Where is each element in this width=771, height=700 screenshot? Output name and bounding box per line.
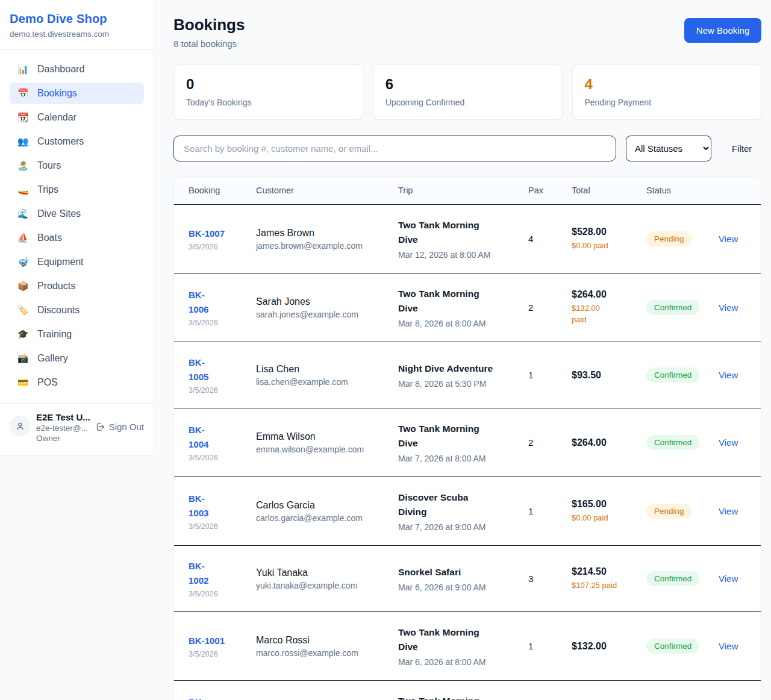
- sidebar-item-dive-sites[interactable]: 🌊 Dive Sites: [10, 203, 144, 225]
- trip-datetime: Mar 7, 2026 at 9:00 AM: [398, 522, 520, 532]
- total-amount: $528.00: [572, 227, 638, 237]
- booking-number-link[interactable]: BK- 1002: [189, 559, 248, 588]
- sidebar-item-bookings[interactable]: 📅 Bookings: [10, 83, 144, 104]
- filter-button[interactable]: Filter: [732, 143, 752, 154]
- pax-cell: 2: [528, 302, 572, 313]
- customer-cell: Marco Rossi marco.rossi@example.com: [256, 635, 398, 658]
- total-amount: $264.00: [572, 289, 638, 300]
- camera-flash-icon: 📸: [17, 353, 29, 364]
- status-cell: Confirmed: [646, 300, 719, 315]
- customer-name: James Brown: [256, 228, 390, 239]
- sign-out-icon: [95, 422, 105, 432]
- pax-cell: 1: [528, 506, 572, 516]
- booking-date: 3/5/2026: [189, 386, 248, 395]
- column-header-spacer: [719, 186, 746, 195]
- view-link[interactable]: View: [719, 370, 738, 380]
- status-badge: Confirmed: [646, 367, 699, 383]
- sidebar-item-discounts[interactable]: 🏷️ Discounts: [10, 299, 144, 321]
- total-amount: $165.00: [572, 499, 638, 510]
- tear-off-calendar-icon: 📆: [17, 112, 29, 123]
- trip-name: Two Tank Morning Dive: [398, 218, 520, 247]
- booking-row: BK- 1002 3/5/2026 Yuki Tanaka yuki.tanak…: [174, 546, 761, 612]
- sidebar-item-calendar[interactable]: 📆 Calendar: [10, 107, 144, 128]
- stat-value: 4: [585, 76, 749, 93]
- trip-name: Two Tank Morning Dive: [398, 625, 520, 654]
- status-badge: Pending: [646, 504, 692, 519]
- sidebar-item-pos[interactable]: 💳 POS: [10, 372, 144, 393]
- view-link[interactable]: View: [719, 573, 738, 584]
- status-badge: Confirmed: [646, 639, 699, 654]
- customer-name: Carlos Garcia: [256, 500, 390, 511]
- status-cell: Confirmed: [646, 571, 719, 586]
- booking-row: BK-1007 3/5/2026 James Brown james.brown…: [174, 205, 761, 273]
- total-cell: $264.00: [572, 437, 646, 448]
- booking-cell: BK- 1005 3/5/2026: [189, 355, 256, 395]
- view-link[interactable]: View: [719, 641, 738, 651]
- sidebar-item-trips[interactable]: 🚤 Trips: [10, 179, 144, 201]
- customer-cell: Sarah Jones sarah.jones@example.com: [256, 296, 398, 319]
- view-link[interactable]: View: [719, 234, 738, 244]
- view-link[interactable]: View: [719, 302, 738, 313]
- total-cell: $264.00 $132.00 paid: [572, 289, 646, 326]
- bookings-table: Booking Customer Trip Pax Total Status B…: [173, 176, 761, 700]
- booking-cell: BK- 1002 3/5/2026: [189, 559, 256, 598]
- status-select[interactable]: All Statuses: [626, 136, 711, 161]
- view-link[interactable]: View: [719, 506, 738, 516]
- people-icon: 👥: [17, 136, 29, 147]
- view-link[interactable]: View: [719, 437, 738, 448]
- booking-number-link[interactable]: BK- 1004: [189, 423, 248, 452]
- booking-number-link[interactable]: BK- 1000: [189, 695, 248, 700]
- sidebar-item-products[interactable]: 📦 Products: [10, 275, 144, 297]
- sidebar-item-dashboard[interactable]: 📊 Dashboard: [10, 58, 144, 80]
- sidebar-header: Demo Dive Shop demo.test.divestreams.com: [0, 0, 154, 50]
- page-header-text: Bookings 8 total bookings: [173, 16, 245, 49]
- total-cell: $165.00 $0.00 paid: [572, 499, 646, 524]
- customer-cell: Yuki Tanaka yuki.tanaka@example.com: [256, 567, 398, 590]
- filter-row: All Statuses Filter: [173, 136, 761, 161]
- booking-row: BK- 1003 3/5/2026 Carlos Garcia carlos.g…: [174, 477, 761, 546]
- table-header-row: Booking Customer Trip Pax Total Status: [174, 177, 761, 205]
- search-input[interactable]: [173, 136, 616, 161]
- sidebar-item-label: Equipment: [37, 257, 84, 267]
- booking-cell: BK-1007 3/5/2026: [189, 227, 256, 251]
- trip-cell: Discover Scuba Diving Mar 7, 2026 at 9:0…: [398, 490, 528, 532]
- pax-cell: 1: [528, 641, 572, 651]
- column-header-trip: Trip: [398, 186, 528, 195]
- sidebar-item-label: Products: [37, 281, 75, 292]
- page-subtitle: 8 total bookings: [173, 39, 245, 49]
- customer-cell: Emma Wilson emma.wilson@example.com: [256, 431, 398, 454]
- sidebar-item-customers[interactable]: 👥 Customers: [10, 131, 144, 152]
- booking-cell: BK- 1006 3/5/2026: [189, 288, 256, 327]
- booking-number-link[interactable]: BK- 1003: [189, 492, 248, 520]
- booking-number-link[interactable]: BK-1007: [189, 227, 248, 241]
- trip-cell: Snorkel Safari Mar 6, 2026 at 9:00 AM: [398, 565, 528, 592]
- sidebar-item-tours[interactable]: 🏝️ Tours: [10, 155, 144, 177]
- booking-number-link[interactable]: BK- 1005: [189, 355, 248, 384]
- stat-value: 6: [386, 76, 550, 93]
- view-cell: View: [719, 437, 746, 448]
- sidebar-item-gallery[interactable]: 📸 Gallery: [10, 348, 144, 369]
- new-booking-button[interactable]: New Booking: [684, 18, 761, 43]
- user-meta: E2E Test U... e2e-tester@... Owner: [36, 412, 89, 443]
- trip-name: Snorkel Safari: [398, 565, 520, 580]
- user-role: Owner: [36, 434, 89, 443]
- person-icon: [15, 421, 25, 431]
- stat-value: 0: [186, 76, 351, 93]
- total-amount: $264.00: [572, 437, 638, 448]
- customer-name: Lisa Chen: [256, 364, 390, 375]
- booking-number-link[interactable]: BK- 1006: [189, 288, 248, 317]
- booking-date: 3/5/2026: [189, 454, 248, 462]
- sign-out-button[interactable]: Sign Out: [95, 422, 144, 432]
- status-cell: Pending: [646, 231, 719, 246]
- booking-number-link[interactable]: BK-1001: [189, 634, 248, 648]
- sidebar-item-equipment[interactable]: 🤿 Equipment: [10, 251, 144, 273]
- booking-row: BK- 1004 3/5/2026 Emma Wilson emma.wilso…: [174, 408, 761, 477]
- wave-icon: 🌊: [17, 208, 29, 219]
- customer-name: Sarah Jones: [256, 296, 390, 307]
- sidebar-item-boats[interactable]: ⛵ Boats: [10, 227, 144, 249]
- sidebar-item-training[interactable]: 🎓 Training: [10, 323, 144, 345]
- column-header-customer: Customer: [256, 186, 398, 195]
- total-cell: $93.50: [572, 370, 646, 381]
- booking-cell: BK- 1003 3/5/2026: [189, 492, 256, 531]
- status-badge: Confirmed: [646, 300, 699, 315]
